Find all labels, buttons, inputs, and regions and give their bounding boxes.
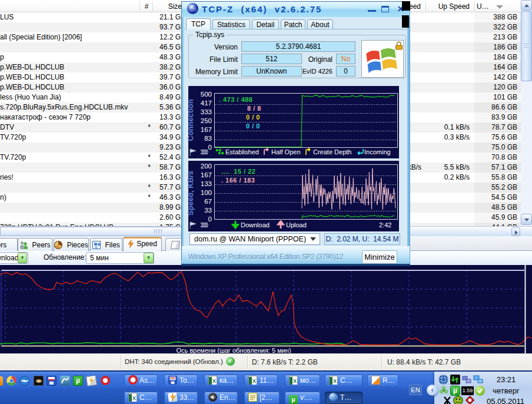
svg-text:X: X [252, 378, 256, 384]
svg-text:X: X [212, 378, 216, 384]
svg-text:X: X [333, 378, 337, 384]
svg-text:X: X [132, 395, 136, 401]
svg-text:X: X [293, 378, 297, 384]
